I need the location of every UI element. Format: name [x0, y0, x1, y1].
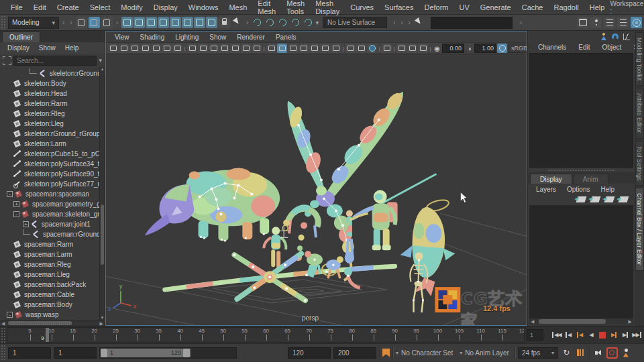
menu-set-select[interactable]: Modeling ▾	[8, 17, 59, 29]
shelf-editor-icon[interactable]	[577, 17, 588, 28]
viewport-menu-view[interactable]: View	[109, 34, 135, 41]
channel-box-menu-channels[interactable]: Channels	[532, 44, 572, 51]
image-plane-icon[interactable]	[151, 44, 161, 53]
tab-display[interactable]: Display	[530, 174, 572, 184]
smooth-shade-icon[interactable]	[277, 44, 287, 53]
outliner-item[interactable]: spaceman:backPack	[0, 280, 99, 290]
tab-attribute-editor[interactable]: Attribute Editor	[635, 88, 644, 139]
outliner-item[interactable]: spaceman:rGround	[0, 229, 99, 239]
resolution-gate-icon[interactable]	[209, 44, 219, 53]
outliner-item[interactable]: spaceman:Rleg	[0, 259, 99, 269]
outliner-item[interactable]: skeleton:rGround	[0, 68, 99, 78]
scroll-up-icon[interactable]: ▲	[100, 67, 105, 71]
graph-editor-icon[interactable]	[623, 33, 631, 41]
select-frame-icon[interactable]	[3, 56, 11, 65]
scene-fish[interactable]	[400, 198, 455, 296]
contrast-field[interactable]: 1.00	[474, 44, 496, 53]
collapse-chevron-icon[interactable]: ›	[518, 19, 524, 26]
tab-channel-box-layer-editor[interactable]: Channel Box / Layer Editor	[635, 188, 644, 271]
snapshot-icon[interactable]	[396, 44, 407, 53]
tab-anim[interactable]: Anim	[573, 174, 608, 184]
menu-file[interactable]: File	[5, 3, 28, 11]
chevron-down-icon[interactable]: ▾	[99, 57, 102, 64]
select-camera-icon[interactable]	[108, 44, 118, 53]
menu-deform[interactable]: Deform	[419, 3, 453, 11]
outliner-item[interactable]: skeleton:polySurface77_rPin	[0, 179, 99, 189]
timeline-grip[interactable]	[0, 326, 5, 343]
scrollbar-thumb[interactable]	[539, 319, 606, 324]
viewport-menu-renderer[interactable]: Renderer	[231, 34, 270, 41]
display-layer-editor-icon[interactable]	[604, 17, 615, 28]
outliner-item[interactable]: spaceman:Lleg	[0, 269, 99, 280]
menu-edit[interactable]: Edit	[28, 3, 52, 11]
outliner-menu-display[interactable]: Display	[3, 44, 34, 52]
outliner-item[interactable]: skeleton:Body	[0, 78, 99, 88]
outliner-item[interactable]: skeleton:Rarm	[0, 99, 99, 109]
outliner-item[interactable]: skeleton:polySurface90_to_p	[0, 169, 99, 179]
viewport-menu-panels[interactable]: Panels	[270, 34, 302, 41]
outliner-item[interactable]: +spaceman:geometry_grp	[0, 199, 99, 209]
channel-box-menu-edit[interactable]: Edit	[572, 44, 596, 51]
menu-curves[interactable]: Curves	[345, 3, 379, 11]
layer-horizontal-scrollbar[interactable]: ◀ ▶	[529, 318, 633, 324]
menu-ragdoll[interactable]: Ragdoll	[548, 3, 584, 11]
anti-alias-icon[interactable]	[367, 44, 377, 53]
select-tool-icon[interactable]	[414, 17, 425, 28]
animation-end-field[interactable]: 200	[333, 347, 376, 359]
outliner-menu-show[interactable]: Show	[34, 44, 60, 52]
bookmark-view-icon[interactable]	[140, 44, 150, 53]
character-set-select[interactable]: ▾ No Character Set	[396, 349, 453, 357]
outliner-item[interactable]: spaceman:Rarm	[0, 239, 99, 249]
wireframe-on-shaded-icon[interactable]	[309, 44, 319, 53]
open-render-view-icon[interactable]	[264, 17, 276, 28]
outliner-item[interactable]: -spaceman:skeleton_grp	[0, 209, 99, 219]
exposure-icon[interactable]: ◉	[433, 45, 441, 52]
screen-space-ao-icon[interactable]	[356, 44, 366, 53]
menu-create[interactable]: Create	[52, 3, 85, 11]
tab-tool-settings[interactable]: Tool Settings	[635, 141, 644, 186]
step-back-one-frame-button[interactable]: ◀	[563, 328, 574, 341]
new-layer-from-selected-icon[interactable]	[619, 196, 629, 202]
outliner-item[interactable]: skeleton:pCube15_to_pCube	[0, 149, 99, 159]
grid-icon[interactable]	[187, 44, 197, 53]
smooth-mesh-preview-icon[interactable]	[631, 17, 642, 28]
collapse-toggle[interactable]: -	[7, 312, 13, 318]
scrollbar-thumb[interactable]	[101, 204, 104, 265]
use-default-material-icon[interactable]	[299, 44, 309, 53]
viewport-menu-show[interactable]: Show	[204, 34, 231, 41]
menu-edit-mesh[interactable]: Edit Mesh	[252, 0, 281, 15]
scene-figure-pointing[interactable]	[344, 210, 368, 260]
outliner-item[interactable]: -wasp:wasp	[0, 310, 99, 320]
menu-display[interactable]: Display	[148, 3, 183, 11]
select-by-component-icon[interactable]	[101, 17, 113, 28]
render-settings-icon[interactable]	[303, 17, 314, 28]
step-back-one-key-button[interactable]: ◀	[574, 328, 585, 341]
timeline-track[interactable]: 5101520253035404550556065707580859095100…	[7, 327, 525, 343]
lock-camera-icon[interactable]	[119, 44, 129, 53]
tab-outliner[interactable]: Outliner	[2, 32, 40, 42]
menu-select[interactable]: Select	[85, 3, 116, 11]
outliner-item[interactable]: skeleton:Larm	[0, 139, 99, 149]
play-backwards-button[interactable]: ◀	[586, 328, 596, 341]
menu-surfaces[interactable]: Surfaces	[379, 3, 419, 11]
outliner-item[interactable]: spaceman:Larm	[0, 249, 99, 259]
field-chart-icon[interactable]	[230, 44, 240, 53]
collapse-chevron-icon[interactable]: ›	[68, 19, 74, 26]
collapse-chevron-icon[interactable]: ›	[407, 19, 413, 26]
render-current-frame-icon[interactable]	[277, 17, 288, 28]
shadows-icon[interactable]	[345, 44, 356, 53]
exposure-field[interactable]: 0.00	[442, 44, 464, 53]
scroll-right-icon[interactable]: ▶	[629, 318, 632, 324]
layer-list-area[interactable]	[529, 205, 633, 318]
wireframe-icon[interactable]	[266, 44, 276, 53]
viewport-menu-lighting[interactable]: Lighting	[170, 34, 204, 41]
scroll-left-icon[interactable]: ◀	[531, 318, 534, 324]
outliner-item[interactable]: skeleton:Rleg	[0, 109, 99, 119]
textured-icon[interactable]	[288, 44, 298, 53]
playback-start-field[interactable]: 1	[54, 347, 97, 359]
speed-donut-icon[interactable]	[611, 33, 619, 41]
collapse-chevron-icon[interactable]: ›	[398, 19, 405, 26]
collapse-chevron-icon[interactable]: ›	[114, 19, 120, 26]
layer-visibility-icon[interactable]	[576, 196, 587, 202]
range-bar[interactable]: 1 120	[101, 349, 191, 357]
